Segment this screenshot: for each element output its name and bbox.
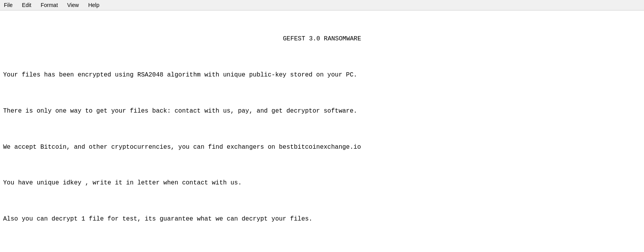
- menu-view[interactable]: View: [66, 1, 80, 9]
- menu-edit[interactable]: Edit: [21, 1, 33, 9]
- paragraph-5: Also you can decrypt 1 file for test, it…: [3, 214, 641, 224]
- content-area: GEFEST 3.0 RANSOMWARE Your files has bee…: [0, 10, 644, 252]
- paragraph-2: There is only one way to get your files …: [3, 106, 641, 116]
- menu-bar: File Edit Format View Help: [0, 0, 644, 10]
- paragraph-4: You have unique idkey , write it in lett…: [3, 178, 641, 188]
- menu-help[interactable]: Help: [87, 1, 101, 9]
- paragraph-1: Your files has been encrypted using RSA2…: [3, 70, 641, 80]
- document-title: GEFEST 3.0 RANSOMWARE: [3, 34, 641, 44]
- paragraph-3: We accept Bitcoin, and other cryptocurre…: [3, 143, 641, 153]
- menu-file[interactable]: File: [2, 1, 14, 9]
- menu-format[interactable]: Format: [39, 1, 59, 9]
- paragraph-attention: Attention!: [3, 250, 641, 252]
